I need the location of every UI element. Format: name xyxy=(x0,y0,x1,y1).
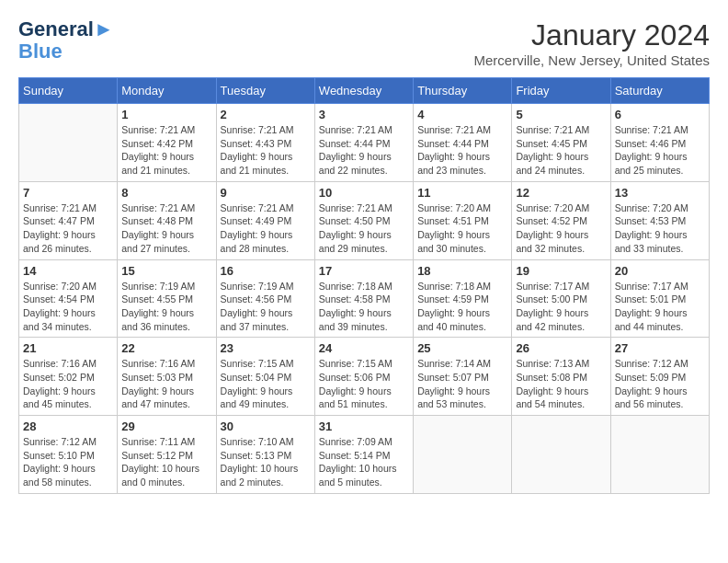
calendar-day-cell: 5Sunrise: 7:21 AMSunset: 4:45 PMDaylight… xyxy=(512,104,610,182)
calendar-day-cell: 12Sunrise: 7:20 AMSunset: 4:52 PMDayligh… xyxy=(512,181,610,259)
calendar-day-cell xyxy=(610,416,709,494)
day-info: Sunrise: 7:21 AMSunset: 4:50 PMDaylight:… xyxy=(319,201,409,256)
day-info: Sunrise: 7:21 AMSunset: 4:44 PMDaylight:… xyxy=(417,123,507,178)
day-info: Sunrise: 7:21 AMSunset: 4:45 PMDaylight:… xyxy=(516,123,606,178)
calendar-day-cell xyxy=(19,104,118,182)
calendar-week-row: 7Sunrise: 7:21 AMSunset: 4:47 PMDaylight… xyxy=(19,181,710,259)
day-number: 2 xyxy=(221,108,311,121)
calendar-day-cell xyxy=(512,416,610,494)
day-of-week-header: Friday xyxy=(512,78,610,104)
calendar-week-row: 1Sunrise: 7:21 AMSunset: 4:42 PMDaylight… xyxy=(19,104,710,182)
day-number: 15 xyxy=(121,264,211,278)
day-info: Sunrise: 7:15 AMSunset: 5:06 PMDaylight:… xyxy=(319,357,409,411)
day-number: 17 xyxy=(319,264,409,278)
month-title: January 2024 xyxy=(474,18,710,52)
calendar-day-cell: 28Sunrise: 7:12 AMSunset: 5:10 PMDayligh… xyxy=(19,416,118,494)
calendar-day-cell: 2Sunrise: 7:21 AMSunset: 4:43 PMDaylight… xyxy=(216,104,314,182)
day-number: 10 xyxy=(319,186,409,200)
calendar-day-cell: 14Sunrise: 7:20 AMSunset: 4:54 PMDayligh… xyxy=(19,259,118,338)
logo: General►Blue xyxy=(18,18,114,63)
calendar-day-cell: 27Sunrise: 7:12 AMSunset: 5:09 PMDayligh… xyxy=(610,338,709,416)
calendar-week-row: 28Sunrise: 7:12 AMSunset: 5:10 PMDayligh… xyxy=(19,416,710,494)
calendar-day-cell: 10Sunrise: 7:21 AMSunset: 4:50 PMDayligh… xyxy=(314,181,413,259)
day-number: 16 xyxy=(221,264,311,278)
day-info: Sunrise: 7:17 AMSunset: 5:01 PMDaylight:… xyxy=(615,280,705,334)
day-number: 8 xyxy=(121,186,211,200)
calendar-day-cell: 25Sunrise: 7:14 AMSunset: 5:07 PMDayligh… xyxy=(414,338,512,416)
day-info: Sunrise: 7:14 AMSunset: 5:07 PMDaylight:… xyxy=(417,357,507,411)
day-number: 27 xyxy=(615,341,705,355)
calendar-day-cell: 1Sunrise: 7:21 AMSunset: 4:42 PMDaylight… xyxy=(118,104,216,182)
calendar-day-cell: 24Sunrise: 7:15 AMSunset: 5:06 PMDayligh… xyxy=(314,338,413,416)
day-info: Sunrise: 7:16 AMSunset: 5:03 PMDaylight:… xyxy=(121,357,211,411)
day-info: Sunrise: 7:20 AMSunset: 4:52 PMDaylight:… xyxy=(516,201,606,256)
calendar-day-cell: 18Sunrise: 7:18 AMSunset: 4:59 PMDayligh… xyxy=(414,259,512,338)
day-number: 30 xyxy=(221,419,311,433)
day-number: 29 xyxy=(121,419,211,433)
calendar: SundayMondayTuesdayWednesdayThursdayFrid… xyxy=(18,77,710,494)
day-info: Sunrise: 7:19 AMSunset: 4:55 PMDaylight:… xyxy=(121,280,211,334)
day-info: Sunrise: 7:21 AMSunset: 4:46 PMDaylight:… xyxy=(615,123,705,178)
day-info: Sunrise: 7:21 AMSunset: 4:48 PMDaylight:… xyxy=(121,201,211,256)
day-info: Sunrise: 7:21 AMSunset: 4:43 PMDaylight:… xyxy=(221,123,311,178)
day-info: Sunrise: 7:13 AMSunset: 5:08 PMDaylight:… xyxy=(516,357,606,411)
calendar-day-cell: 22Sunrise: 7:16 AMSunset: 5:03 PMDayligh… xyxy=(118,338,216,416)
calendar-week-row: 21Sunrise: 7:16 AMSunset: 5:02 PMDayligh… xyxy=(19,338,710,416)
day-info: Sunrise: 7:10 AMSunset: 5:13 PMDaylight:… xyxy=(221,435,311,489)
calendar-day-cell: 17Sunrise: 7:18 AMSunset: 4:58 PMDayligh… xyxy=(314,259,413,338)
day-info: Sunrise: 7:19 AMSunset: 4:56 PMDaylight:… xyxy=(221,280,311,334)
day-number: 5 xyxy=(516,108,606,121)
calendar-day-cell: 3Sunrise: 7:21 AMSunset: 4:44 PMDaylight… xyxy=(314,104,413,182)
day-number: 13 xyxy=(615,186,705,200)
calendar-day-cell: 11Sunrise: 7:20 AMSunset: 4:51 PMDayligh… xyxy=(414,181,512,259)
day-info: Sunrise: 7:12 AMSunset: 5:10 PMDaylight:… xyxy=(23,435,113,489)
day-number: 7 xyxy=(23,186,113,200)
day-of-week-header: Wednesday xyxy=(314,78,413,104)
calendar-day-cell: 23Sunrise: 7:15 AMSunset: 5:04 PMDayligh… xyxy=(216,338,314,416)
day-info: Sunrise: 7:21 AMSunset: 4:42 PMDaylight:… xyxy=(121,123,211,178)
day-info: Sunrise: 7:21 AMSunset: 4:44 PMDaylight:… xyxy=(319,123,409,178)
day-info: Sunrise: 7:20 AMSunset: 4:54 PMDaylight:… xyxy=(23,280,113,334)
calendar-day-cell: 16Sunrise: 7:19 AMSunset: 4:56 PMDayligh… xyxy=(216,259,314,338)
logo-text: General►Blue xyxy=(18,18,114,63)
day-number: 20 xyxy=(615,264,705,278)
calendar-week-row: 14Sunrise: 7:20 AMSunset: 4:54 PMDayligh… xyxy=(19,259,710,338)
day-number: 28 xyxy=(23,419,113,433)
day-info: Sunrise: 7:11 AMSunset: 5:12 PMDaylight:… xyxy=(121,435,211,489)
day-number: 6 xyxy=(615,108,705,121)
page-header: General►Blue January 2024 Mercerville, N… xyxy=(18,18,710,68)
day-info: Sunrise: 7:20 AMSunset: 4:51 PMDaylight:… xyxy=(417,201,507,256)
calendar-day-cell: 21Sunrise: 7:16 AMSunset: 5:02 PMDayligh… xyxy=(19,338,118,416)
calendar-day-cell: 4Sunrise: 7:21 AMSunset: 4:44 PMDaylight… xyxy=(414,104,512,182)
day-number: 19 xyxy=(516,264,606,278)
day-info: Sunrise: 7:18 AMSunset: 4:58 PMDaylight:… xyxy=(319,280,409,334)
day-info: Sunrise: 7:16 AMSunset: 5:02 PMDaylight:… xyxy=(23,357,113,411)
calendar-day-cell: 6Sunrise: 7:21 AMSunset: 4:46 PMDaylight… xyxy=(610,104,709,182)
day-number: 24 xyxy=(319,341,409,355)
location: Mercerville, New Jersey, United States xyxy=(474,52,710,68)
calendar-day-cell: 19Sunrise: 7:17 AMSunset: 5:00 PMDayligh… xyxy=(512,259,610,338)
day-of-week-header: Thursday xyxy=(414,78,512,104)
day-number: 14 xyxy=(23,264,113,278)
calendar-day-cell: 9Sunrise: 7:21 AMSunset: 4:49 PMDaylight… xyxy=(216,181,314,259)
day-of-week-header: Monday xyxy=(118,78,216,104)
calendar-day-cell: 26Sunrise: 7:13 AMSunset: 5:08 PMDayligh… xyxy=(512,338,610,416)
day-number: 9 xyxy=(221,186,311,200)
calendar-day-cell: 31Sunrise: 7:09 AMSunset: 5:14 PMDayligh… xyxy=(314,416,413,494)
day-info: Sunrise: 7:21 AMSunset: 4:49 PMDaylight:… xyxy=(221,201,311,256)
calendar-day-cell: 15Sunrise: 7:19 AMSunset: 4:55 PMDayligh… xyxy=(118,259,216,338)
day-number: 26 xyxy=(516,341,606,355)
day-info: Sunrise: 7:15 AMSunset: 5:04 PMDaylight:… xyxy=(221,357,311,411)
day-info: Sunrise: 7:18 AMSunset: 4:59 PMDaylight:… xyxy=(417,280,507,334)
day-info: Sunrise: 7:09 AMSunset: 5:14 PMDaylight:… xyxy=(319,435,409,489)
day-number: 4 xyxy=(417,108,507,121)
day-number: 3 xyxy=(319,108,409,121)
day-number: 25 xyxy=(417,341,507,355)
day-info: Sunrise: 7:20 AMSunset: 4:53 PMDaylight:… xyxy=(615,201,705,256)
calendar-header-row: SundayMondayTuesdayWednesdayThursdayFrid… xyxy=(19,78,710,104)
day-of-week-header: Sunday xyxy=(19,78,118,104)
calendar-day-cell: 8Sunrise: 7:21 AMSunset: 4:48 PMDaylight… xyxy=(118,181,216,259)
day-number: 11 xyxy=(417,186,507,200)
day-info: Sunrise: 7:17 AMSunset: 5:00 PMDaylight:… xyxy=(516,280,606,334)
day-number: 23 xyxy=(221,341,311,355)
